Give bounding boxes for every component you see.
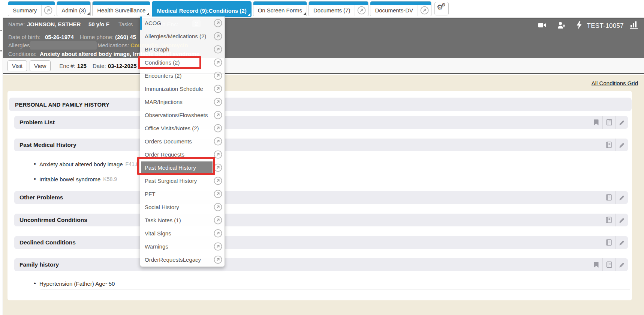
view-button[interactable]: View: [30, 60, 51, 71]
open-in-new-icon[interactable]: [214, 216, 222, 226]
open-in-new-icon[interactable]: [214, 150, 222, 160]
open-in-new-icon[interactable]: [214, 58, 222, 68]
family-history-list-item[interactable]: • Hypertension (Father) Age~50: [34, 279, 115, 288]
tab-cap: [152, 2, 251, 5]
tab-cap: [370, 2, 431, 5]
open-in-new-icon[interactable]: [214, 137, 222, 147]
menu-item-immunization-schedule[interactable]: Immunization Schedule: [140, 82, 225, 95]
menu-item-order-requests[interactable]: Order Requests: [140, 148, 225, 161]
pencil-icon[interactable]: [615, 191, 628, 204]
condition-list-item[interactable]: • Anxiety about altered body image F41.8: [34, 159, 139, 169]
bookmark-icon[interactable]: [590, 116, 602, 129]
pencil-icon[interactable]: [615, 214, 628, 226]
menu-item-orders-documents[interactable]: Orders Documents: [140, 135, 225, 148]
bookmark-icon[interactable]: [590, 258, 602, 271]
menu-item-acog[interactable]: ACOG: [140, 17, 225, 30]
menu-item-task-notes[interactable]: Task Notes (1): [140, 214, 225, 227]
menu-item-past-surgical-history[interactable]: Past Surgical History: [140, 174, 225, 187]
menu-item-encounters[interactable]: Encounters (2): [140, 69, 225, 82]
gear-icon: ⚙: [442, 3, 446, 7]
pencil-icon[interactable]: [615, 236, 628, 249]
section-title: Problem List: [14, 119, 55, 126]
menu-item-office-visits-notes[interactable]: Office Visits/Notes (2): [140, 122, 225, 135]
menu-item-conditions[interactable]: Conditions (2): [140, 56, 225, 69]
menu-item-social-history[interactable]: Social History: [140, 200, 225, 214]
pencil-icon[interactable]: [615, 258, 628, 271]
book-icon[interactable]: [602, 139, 615, 151]
allergies-label: Allergies:: [8, 42, 31, 48]
tab-health-surveillance[interactable]: Health Surveillance: [92, 1, 150, 16]
tab-documents[interactable]: Documents (7): [309, 1, 368, 16]
bullet-dot: •: [34, 175, 36, 183]
tab-summary[interactable]: Summary: [8, 1, 55, 16]
condition-text: Irritable bowel syndrome: [39, 176, 100, 182]
open-in-new-icon[interactable]: [418, 5, 431, 16]
chart-stats-icon[interactable]: [628, 21, 640, 31]
condition-list-item[interactable]: • Irritable bowel syndrome K58.9: [34, 174, 117, 184]
open-in-new-icon[interactable]: [214, 84, 222, 95]
open-in-new-icon[interactable]: [214, 190, 222, 200]
section-header-title: PERSONAL AND FAMILY HISTORY: [9, 101, 109, 108]
book-icon[interactable]: [602, 214, 615, 226]
open-in-new-icon[interactable]: [214, 124, 222, 134]
book-icon[interactable]: [602, 191, 615, 204]
pencil-icon[interactable]: [615, 116, 628, 129]
open-in-new-icon[interactable]: [214, 111, 222, 121]
open-in-new-icon[interactable]: [214, 45, 222, 55]
open-in-new-icon[interactable]: [214, 255, 222, 265]
menu-item-warnings[interactable]: Warnings: [140, 240, 225, 253]
open-in-new-icon[interactable]: [41, 5, 55, 16]
book-icon[interactable]: [602, 236, 615, 249]
section-title: Past Medical History: [14, 142, 76, 148]
tab-admin[interactable]: Admin (3): [57, 1, 91, 16]
pencil-icon[interactable]: [615, 139, 628, 151]
section-problem-list: Problem List: [14, 116, 628, 129]
open-in-new-icon[interactable]: [214, 229, 222, 239]
menu-item-orderrequestslegacy[interactable]: OrderRequestsLegacy: [140, 253, 225, 266]
settings-gear-button[interactable]: ⚙ ⚙: [434, 2, 449, 15]
open-in-new-icon[interactable]: [214, 19, 222, 29]
menu-item-mar-injections[interactable]: MAR/Injections: [140, 95, 225, 109]
open-in-new-icon[interactable]: [214, 203, 222, 213]
open-in-new-icon[interactable]: [214, 98, 222, 108]
book-icon[interactable]: [602, 116, 615, 129]
visit-button[interactable]: Visit: [7, 60, 27, 71]
enc-number: 125: [77, 63, 87, 69]
menu-item-bp-graph[interactable]: BP Graph: [140, 43, 225, 56]
icd-code: F41.8: [126, 161, 139, 167]
gutter-tick: [0, 50, 2, 51]
open-in-new-icon[interactable]: [214, 176, 222, 187]
tab-corner-fold-icon: [87, 12, 90, 15]
book-icon[interactable]: [602, 258, 615, 271]
open-in-new-icon[interactable]: [214, 71, 222, 81]
open-in-new-icon[interactable]: [214, 163, 222, 173]
add-person-icon[interactable]: [557, 21, 566, 31]
all-conditions-grid-link[interactable]: All Conditions Grid: [592, 80, 638, 86]
menu-item-pft[interactable]: PFT: [140, 187, 225, 200]
menu-item-observations-flowsheets[interactable]: Observations/Flowsheets: [140, 109, 225, 122]
tab-on-screen-forms[interactable]: On Screen Forms: [253, 1, 307, 16]
lightning-bolt-icon[interactable]: [576, 21, 583, 31]
tab-cap: [253, 2, 307, 5]
open-in-new-icon[interactable]: [214, 32, 222, 42]
patient-header-banner: Name: JOHNSON, ESTHER 50 y/o F Tasks Ope…: [3, 18, 644, 58]
home-phone-value: (260) 45: [115, 34, 136, 40]
condition-text: Anxiety about altered body image: [39, 161, 123, 167]
tab-medical-record-active[interactable]: Medical Record (9):Conditions (2): [152, 1, 251, 17]
menu-item-vital-signs[interactable]: Vital Signs: [140, 227, 225, 240]
divider: [552, 22, 552, 30]
menu-item-allergies-medications[interactable]: Allergies/Medications (2): [140, 30, 225, 43]
tab-documents-dv[interactable]: Documents-DV: [370, 1, 431, 16]
menu-item-past-medical-history[interactable]: Past Medical History: [140, 161, 225, 174]
open-in-new-icon[interactable]: [355, 5, 368, 16]
tab-label: Admin (3): [57, 7, 90, 14]
section-title: Other Problems: [14, 194, 63, 201]
app-window: Summary Admin (3) Health Surveillance Me…: [0, 0, 644, 315]
tab-corner-fold-icon: [147, 12, 149, 15]
open-in-new-icon[interactable]: [214, 242, 222, 252]
tasks-label: Tasks: [118, 21, 133, 27]
video-camera-icon[interactable]: [538, 21, 547, 31]
conditions-page: All Conditions Grid PERSONAL AND FAMILY …: [3, 75, 644, 315]
date-label: Date:: [93, 63, 106, 69]
icd-code: K58.9: [103, 176, 117, 182]
